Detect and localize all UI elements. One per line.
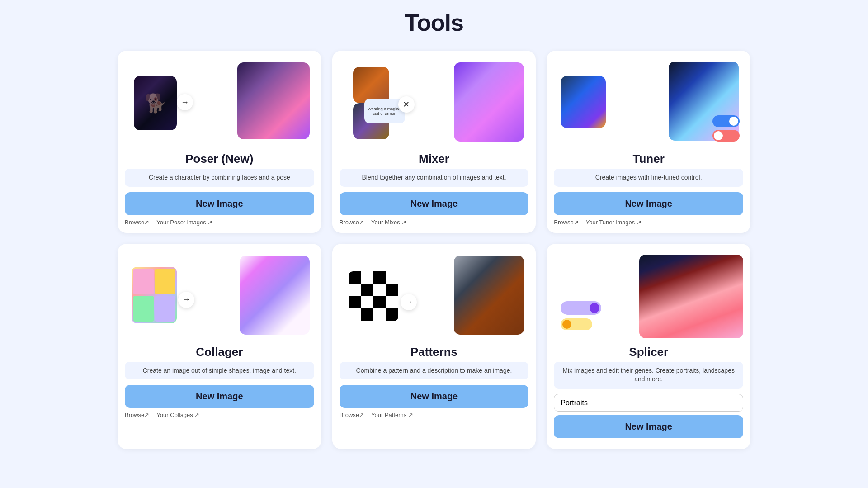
- collager-browse-link[interactable]: Browse↗: [125, 412, 149, 418]
- mixer-browse-link[interactable]: Browse↗: [340, 219, 364, 226]
- collager-image-area: →: [125, 251, 314, 341]
- collager-cell-1: [133, 269, 154, 294]
- collager-arrow-icon: →: [178, 292, 194, 308]
- tuner-input-image: [561, 76, 606, 128]
- collager-your-images-link[interactable]: Your Collages ↗: [156, 412, 199, 418]
- mixer-your-images-link[interactable]: Your Mixes ↗: [371, 219, 406, 226]
- tuner-toggle-on[interactable]: [712, 115, 740, 127]
- collager-description: Create an image out of simple shapes, im…: [125, 362, 314, 380]
- mixer-image-area: Wearing a magical suit of armor. ✕: [340, 58, 529, 148]
- tuner-new-image-button[interactable]: New Image: [554, 192, 743, 215]
- tuner-your-images-link[interactable]: Your Tuner images ↗: [586, 219, 642, 226]
- poser-image-area: 🐕 →: [125, 58, 314, 148]
- poser-arrow-icon: →: [177, 94, 193, 110]
- tool-card-tuner: Tuner Create images with fine-tuned cont…: [547, 51, 750, 233]
- splicer-toggle-purple[interactable]: [561, 301, 601, 315]
- poser-new-image-button[interactable]: New Image: [125, 192, 314, 215]
- tuner-browse-link[interactable]: Browse↗: [554, 219, 578, 226]
- page-title: Tools: [405, 9, 463, 36]
- collager-output-image: [240, 256, 310, 335]
- patterns-image-area: →: [340, 251, 529, 341]
- tools-grid: 🐕 → Poser (New) Create a character by co…: [118, 51, 750, 449]
- splicer-new-image-button[interactable]: New Image: [554, 415, 743, 438]
- tuner-toggle-group: [712, 115, 740, 142]
- patterns-your-images-link[interactable]: Your Patterns ↗: [371, 412, 413, 418]
- tuner-browse-links: Browse↗ Your Tuner images ↗: [554, 219, 642, 226]
- poser-char-left: 🐕: [134, 76, 177, 130]
- poser-input-image: 🐕: [134, 76, 177, 130]
- patterns-browse-link[interactable]: Browse↗: [340, 412, 364, 418]
- collager-name: Collager: [196, 345, 243, 359]
- tool-card-mixer: Wearing a magical suit of armor. ✕ Mixer…: [332, 51, 536, 233]
- tuner-toggle-off[interactable]: [712, 130, 740, 142]
- splicer-description: Mix images and edit their genes. Create …: [554, 362, 743, 389]
- collager-input-image: [132, 267, 177, 323]
- splicer-name: Splicer: [629, 345, 668, 359]
- tuner-image-area: [554, 58, 743, 148]
- patterns-description: Combine a pattern and a description to m…: [340, 362, 529, 380]
- collager-cell-2: [155, 269, 175, 294]
- splicer-main-image: [639, 255, 743, 338]
- splicer-toggle-yellow[interactable]: [561, 318, 592, 330]
- patterns-browse-links: Browse↗ Your Patterns ↗: [340, 412, 413, 418]
- poser-browse-link[interactable]: Browse↗: [125, 219, 149, 226]
- patterns-new-image-button[interactable]: New Image: [340, 385, 529, 408]
- collager-new-image-button[interactable]: New Image: [125, 385, 314, 408]
- mixer-input-image-top: [353, 67, 389, 103]
- mixer-browse-links: Browse↗ Your Mixes ↗: [340, 219, 407, 226]
- mixer-arrow-icon: ✕: [398, 96, 415, 113]
- poser-browse-links: Browse↗ Your Poser images ↗: [125, 219, 212, 226]
- poser-output-image: [237, 62, 310, 139]
- mixer-new-image-button[interactable]: New Image: [340, 192, 529, 215]
- tuner-name: Tuner: [633, 152, 665, 166]
- mixer-output-image: [454, 62, 524, 142]
- collager-cell-3: [133, 296, 154, 322]
- tool-card-collager: → Collager Create an image out of simple…: [118, 244, 321, 449]
- tool-card-splicer: Splicer Mix images and edit their genes.…: [547, 244, 750, 449]
- poser-your-images-link[interactable]: Your Poser images ↗: [156, 219, 212, 226]
- collager-browse-links: Browse↗ Your Collages ↗: [125, 412, 199, 418]
- patterns-input-image: [349, 271, 398, 321]
- patterns-name: Patterns: [410, 345, 458, 359]
- tool-card-patterns: → Patterns Combine a pattern and a descr…: [332, 244, 536, 449]
- poser-name: Poser (New): [185, 152, 253, 166]
- tool-card-poser: 🐕 → Poser (New) Create a character by co…: [118, 51, 321, 233]
- collager-cell-4: [155, 296, 175, 322]
- splicer-portraits-select[interactable]: Portraits: [554, 394, 743, 412]
- patterns-arrow-icon: →: [401, 294, 417, 310]
- poser-description: Create a character by combining faces an…: [125, 169, 314, 187]
- splicer-image-area: [554, 251, 743, 341]
- tuner-description: Create images with fine-tuned control.: [554, 169, 743, 187]
- mixer-name: Mixer: [419, 152, 449, 166]
- mixer-description: Blend together any combination of images…: [340, 169, 529, 187]
- splicer-toggle-group: [561, 301, 601, 330]
- patterns-output-image: [454, 256, 524, 335]
